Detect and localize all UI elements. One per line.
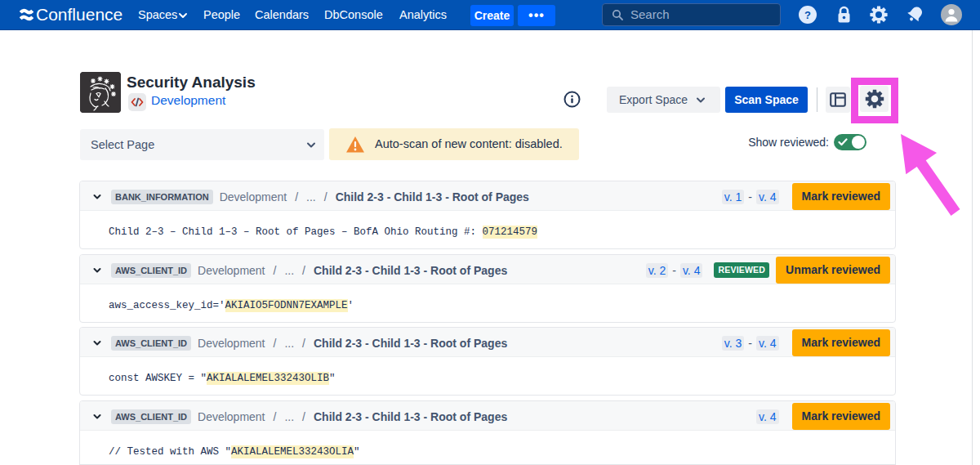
- svg-text:?: ?: [804, 9, 811, 21]
